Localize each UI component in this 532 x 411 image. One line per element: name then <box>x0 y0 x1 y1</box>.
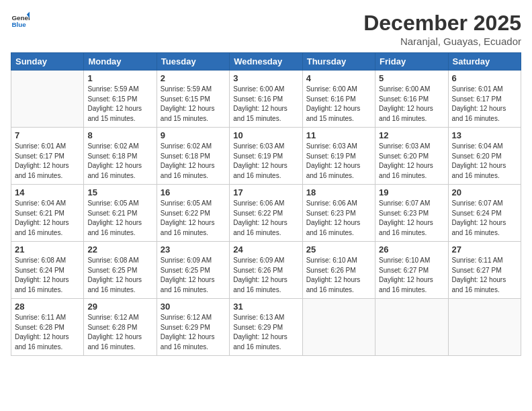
calendar-day-cell: 23Sunrise: 6:09 AM Sunset: 6:25 PM Dayli… <box>157 242 229 299</box>
day-info: Sunrise: 6:07 AM Sunset: 6:23 PM Dayligh… <box>379 199 444 238</box>
day-info: Sunrise: 6:09 AM Sunset: 6:25 PM Dayligh… <box>161 256 226 295</box>
day-info: Sunrise: 5:59 AM Sunset: 6:15 PM Dayligh… <box>87 85 152 124</box>
week-row-2: 7Sunrise: 6:01 AM Sunset: 6:17 PM Daylig… <box>11 128 521 185</box>
calendar-day-cell <box>375 299 448 356</box>
day-number: 13 <box>452 130 517 140</box>
calendar-day-cell: 28Sunrise: 6:11 AM Sunset: 6:28 PM Dayli… <box>11 299 84 356</box>
day-number: 18 <box>306 187 371 197</box>
day-number: 23 <box>161 244 226 255</box>
day-info: Sunrise: 6:10 AM Sunset: 6:27 PM Dayligh… <box>379 256 444 295</box>
day-number: 26 <box>379 244 444 255</box>
day-info: Sunrise: 6:05 AM Sunset: 6:21 PM Dayligh… <box>87 199 152 238</box>
day-info: Sunrise: 6:01 AM Sunset: 6:17 PM Dayligh… <box>452 85 517 124</box>
col-sunday: Sunday <box>11 53 84 71</box>
week-row-5: 28Sunrise: 6:11 AM Sunset: 6:28 PM Dayli… <box>11 299 521 356</box>
day-info: Sunrise: 6:13 AM Sunset: 6:29 PM Dayligh… <box>233 313 298 352</box>
day-info: Sunrise: 6:00 AM Sunset: 6:16 PM Dayligh… <box>306 85 371 124</box>
svg-text:Blue: Blue <box>11 21 26 28</box>
day-number: 27 <box>452 244 517 255</box>
logo-icon: General Blue <box>11 11 30 30</box>
day-number: 31 <box>233 302 298 312</box>
calendar-day-cell: 22Sunrise: 6:08 AM Sunset: 6:25 PM Dayli… <box>84 242 157 299</box>
day-number: 19 <box>379 187 444 197</box>
day-number: 12 <box>379 130 444 140</box>
calendar-day-cell: 9Sunrise: 6:02 AM Sunset: 6:18 PM Daylig… <box>157 128 229 185</box>
day-info: Sunrise: 6:02 AM Sunset: 6:18 PM Dayligh… <box>161 142 226 181</box>
title-section: December 2025 Naranjal, Guayas, Ecuador <box>363 11 521 47</box>
calendar-day-cell: 30Sunrise: 6:12 AM Sunset: 6:29 PM Dayli… <box>157 299 229 356</box>
day-number: 6 <box>452 73 517 83</box>
calendar-day-cell: 11Sunrise: 6:03 AM Sunset: 6:19 PM Dayli… <box>302 128 375 185</box>
col-saturday: Saturday <box>448 53 521 71</box>
calendar-day-cell: 31Sunrise: 6:13 AM Sunset: 6:29 PM Dayli… <box>230 299 302 356</box>
day-number: 11 <box>306 130 371 140</box>
month-year-title: December 2025 <box>363 11 521 36</box>
calendar-day-cell: 14Sunrise: 6:04 AM Sunset: 6:21 PM Dayli… <box>11 185 84 242</box>
calendar-day-cell: 19Sunrise: 6:07 AM Sunset: 6:23 PM Dayli… <box>375 185 448 242</box>
calendar-day-cell: 3Sunrise: 6:00 AM Sunset: 6:16 PM Daylig… <box>230 71 302 128</box>
day-info: Sunrise: 6:03 AM Sunset: 6:19 PM Dayligh… <box>306 142 371 181</box>
day-info: Sunrise: 6:01 AM Sunset: 6:17 PM Dayligh… <box>15 142 80 181</box>
day-number: 14 <box>15 187 80 197</box>
day-info: Sunrise: 6:08 AM Sunset: 6:25 PM Dayligh… <box>87 256 152 295</box>
day-info: Sunrise: 6:08 AM Sunset: 6:24 PM Dayligh… <box>15 256 80 295</box>
day-number: 3 <box>233 73 298 83</box>
day-info: Sunrise: 6:10 AM Sunset: 6:26 PM Dayligh… <box>306 256 371 295</box>
day-info: Sunrise: 6:12 AM Sunset: 6:28 PM Dayligh… <box>87 313 152 352</box>
day-info: Sunrise: 6:09 AM Sunset: 6:26 PM Dayligh… <box>233 256 298 295</box>
day-info: Sunrise: 6:02 AM Sunset: 6:18 PM Dayligh… <box>87 142 152 181</box>
calendar-day-cell: 27Sunrise: 6:11 AM Sunset: 6:27 PM Dayli… <box>448 242 521 299</box>
col-friday: Friday <box>375 53 448 71</box>
day-number: 21 <box>15 244 80 255</box>
day-number: 4 <box>306 73 371 83</box>
col-thursday: Thursday <box>302 53 375 71</box>
calendar-day-cell: 10Sunrise: 6:03 AM Sunset: 6:19 PM Dayli… <box>230 128 302 185</box>
day-number: 2 <box>161 73 226 83</box>
day-number: 20 <box>452 187 517 197</box>
calendar-day-cell: 17Sunrise: 6:06 AM Sunset: 6:22 PM Dayli… <box>230 185 302 242</box>
calendar-day-cell: 8Sunrise: 6:02 AM Sunset: 6:18 PM Daylig… <box>84 128 157 185</box>
calendar-day-cell: 13Sunrise: 6:04 AM Sunset: 6:20 PM Dayli… <box>448 128 521 185</box>
calendar-table: Sunday Monday Tuesday Wednesday Thursday… <box>11 52 521 356</box>
col-monday: Monday <box>84 53 157 71</box>
day-number: 28 <box>15 302 80 312</box>
calendar-day-cell: 20Sunrise: 6:07 AM Sunset: 6:24 PM Dayli… <box>448 185 521 242</box>
day-info: Sunrise: 6:11 AM Sunset: 6:28 PM Dayligh… <box>15 313 80 352</box>
day-info: Sunrise: 6:12 AM Sunset: 6:29 PM Dayligh… <box>161 313 226 352</box>
logo: General Blue <box>11 11 30 30</box>
day-number: 16 <box>161 187 226 197</box>
calendar-day-cell <box>302 299 375 356</box>
day-number: 25 <box>306 244 371 255</box>
week-row-3: 14Sunrise: 6:04 AM Sunset: 6:21 PM Dayli… <box>11 185 521 242</box>
day-number: 8 <box>87 130 152 140</box>
col-wednesday: Wednesday <box>230 53 302 71</box>
day-info: Sunrise: 6:11 AM Sunset: 6:27 PM Dayligh… <box>452 256 517 295</box>
calendar-day-cell: 18Sunrise: 6:06 AM Sunset: 6:23 PM Dayli… <box>302 185 375 242</box>
col-tuesday: Tuesday <box>157 53 229 71</box>
location-subtitle: Naranjal, Guayas, Ecuador <box>363 36 521 47</box>
day-info: Sunrise: 6:03 AM Sunset: 6:19 PM Dayligh… <box>233 142 298 181</box>
day-number: 24 <box>233 244 298 255</box>
calendar-day-cell <box>448 299 521 356</box>
day-info: Sunrise: 5:59 AM Sunset: 6:15 PM Dayligh… <box>161 85 226 124</box>
calendar-day-cell: 29Sunrise: 6:12 AM Sunset: 6:28 PM Dayli… <box>84 299 157 356</box>
calendar-day-cell: 7Sunrise: 6:01 AM Sunset: 6:17 PM Daylig… <box>11 128 84 185</box>
calendar-day-cell: 16Sunrise: 6:05 AM Sunset: 6:22 PM Dayli… <box>157 185 229 242</box>
calendar-day-cell: 12Sunrise: 6:03 AM Sunset: 6:20 PM Dayli… <box>375 128 448 185</box>
day-number: 7 <box>15 130 80 140</box>
calendar-day-cell: 1Sunrise: 5:59 AM Sunset: 6:15 PM Daylig… <box>84 71 157 128</box>
day-info: Sunrise: 6:05 AM Sunset: 6:22 PM Dayligh… <box>161 199 226 238</box>
page-header: General Blue December 2025 Naranjal, Gua… <box>11 11 521 47</box>
week-row-4: 21Sunrise: 6:08 AM Sunset: 6:24 PM Dayli… <box>11 242 521 299</box>
day-info: Sunrise: 6:00 AM Sunset: 6:16 PM Dayligh… <box>379 85 444 124</box>
day-info: Sunrise: 6:04 AM Sunset: 6:21 PM Dayligh… <box>15 199 80 238</box>
calendar-day-cell: 15Sunrise: 6:05 AM Sunset: 6:21 PM Dayli… <box>84 185 157 242</box>
calendar-day-cell: 5Sunrise: 6:00 AM Sunset: 6:16 PM Daylig… <box>375 71 448 128</box>
calendar-day-cell <box>11 71 84 128</box>
calendar-day-cell: 24Sunrise: 6:09 AM Sunset: 6:26 PM Dayli… <box>230 242 302 299</box>
calendar-header-row: Sunday Monday Tuesday Wednesday Thursday… <box>11 53 521 71</box>
day-info: Sunrise: 6:03 AM Sunset: 6:20 PM Dayligh… <box>379 142 444 181</box>
day-number: 5 <box>379 73 444 83</box>
calendar-day-cell: 4Sunrise: 6:00 AM Sunset: 6:16 PM Daylig… <box>302 71 375 128</box>
calendar-day-cell: 2Sunrise: 5:59 AM Sunset: 6:15 PM Daylig… <box>157 71 229 128</box>
